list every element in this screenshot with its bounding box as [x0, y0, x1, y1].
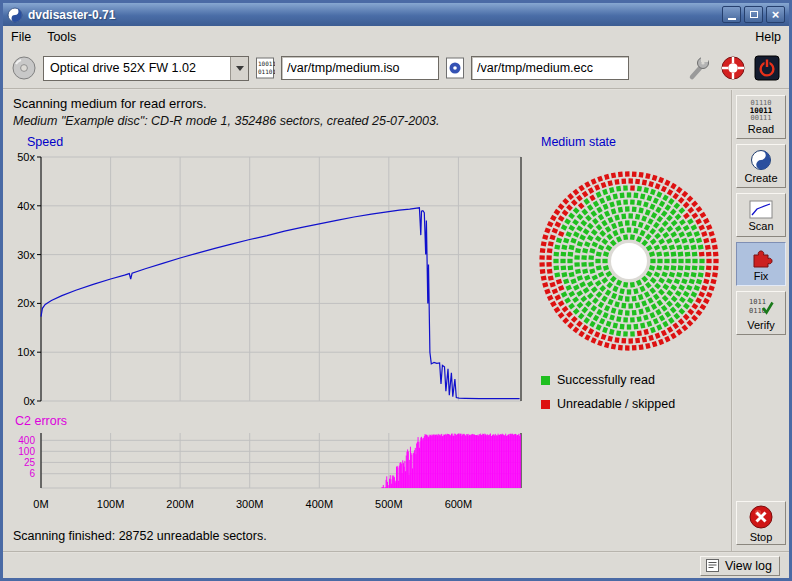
scan-button[interactable]: Scan — [736, 193, 786, 237]
svg-text:100M: 100M — [97, 498, 125, 510]
yin-yang-icon — [750, 149, 772, 171]
statusbar: View log — [3, 553, 789, 578]
speed-chart-label: Speed — [27, 135, 527, 149]
stop-icon — [748, 504, 774, 530]
quit-button[interactable] — [753, 54, 781, 82]
toolbar: Optical drive 52X FW 1.02 1001101101 — [3, 48, 789, 88]
read-button[interactable]: 01110 10011 00111 Read — [736, 95, 786, 139]
svg-text:500M: 500M — [375, 498, 403, 510]
main-panel: Scanning medium for read errors. Medium … — [3, 90, 731, 551]
read-label: Read — [748, 123, 774, 135]
lifebuoy-icon — [720, 69, 746, 84]
c2-errors-label: C2 errors — [15, 414, 527, 428]
scan-result-status: Scanning finished: 28752 unreadable sect… — [3, 525, 731, 551]
svg-text:0M: 0M — [33, 498, 48, 510]
stop-button[interactable]: Stop — [736, 501, 786, 545]
legend-ok-label: Successfully read — [557, 373, 655, 387]
maximize-button[interactable] — [744, 6, 763, 23]
legend-bad-swatch — [541, 400, 550, 409]
view-log-label: View log — [725, 559, 772, 573]
speed-chart: 0x10x20x30x40x50x — [3, 151, 527, 413]
disc-legend: Successfully read Unreadable / skipped — [541, 373, 731, 411]
iso-file-icon: 1001101101 — [255, 56, 275, 80]
maximize-icon — [750, 11, 758, 18]
drive-select-value: Optical drive 52X FW 1.02 — [44, 57, 230, 80]
svg-text:40x: 40x — [17, 200, 35, 212]
ecc-path-input[interactable] — [471, 56, 629, 80]
titlebar[interactable]: dvdisaster-0.71 × — [3, 3, 789, 26]
app-icon — [7, 7, 23, 23]
create-label: Create — [744, 172, 777, 184]
svg-text:300M: 300M — [236, 498, 264, 510]
legend-item-ok: Successfully read — [541, 373, 731, 387]
stop-label: Stop — [750, 531, 773, 543]
svg-text:400: 400 — [18, 435, 35, 446]
drive-cd-icon — [11, 55, 37, 81]
close-icon: × — [772, 8, 780, 21]
fix-label: Fix — [754, 270, 769, 282]
minimize-icon — [728, 18, 736, 20]
svg-text:01101: 01101 — [258, 68, 275, 75]
svg-text:20x: 20x — [17, 297, 35, 309]
legend-ok-swatch — [541, 376, 550, 385]
close-button[interactable]: × — [766, 6, 785, 23]
minimize-button[interactable] — [722, 6, 741, 23]
menu-file[interactable]: File — [11, 30, 31, 44]
help-about-button[interactable] — [719, 54, 747, 82]
svg-text:10x: 10x — [17, 346, 35, 358]
svg-text:10011: 10011 — [258, 60, 275, 67]
svg-text:100: 100 — [18, 446, 35, 457]
power-icon — [754, 69, 780, 84]
log-icon — [706, 559, 719, 572]
status-heading: Scanning medium for read errors. — [13, 96, 721, 111]
svg-text:1011: 1011 — [749, 298, 766, 306]
svg-text:400M: 400M — [306, 498, 334, 510]
legend-item-bad: Unreadable / skipped — [541, 397, 731, 411]
read-icon: 01110 10011 00111 — [750, 100, 773, 122]
menu-tools[interactable]: Tools — [47, 30, 76, 44]
c2-errors-chart: 625100400 — [3, 430, 527, 496]
window-title: dvdisaster-0.71 — [28, 8, 115, 22]
svg-text:200M: 200M — [166, 498, 194, 510]
svg-text:25: 25 — [24, 457, 36, 468]
iso-path-input[interactable] — [281, 56, 439, 80]
wrench-icon — [686, 69, 712, 84]
svg-text:600M: 600M — [445, 498, 473, 510]
medium-info: Medium "Example disc": CD-R mode 1, 3524… — [13, 114, 721, 128]
menubar: File Tools Help — [3, 26, 789, 48]
verify-button[interactable]: 1011 0110 Verify — [736, 291, 786, 335]
legend-bad-label: Unreadable / skipped — [557, 397, 675, 411]
fix-button[interactable]: Fix — [736, 242, 786, 286]
scan-curve-icon — [749, 200, 773, 219]
verify-icon: 1011 0110 — [748, 296, 774, 318]
drive-select-combo[interactable]: Optical drive 52X FW 1.02 — [43, 56, 249, 81]
svg-text:50x: 50x — [17, 151, 35, 163]
chevron-down-icon — [230, 57, 248, 80]
svg-text:30x: 30x — [17, 249, 35, 261]
scan-label: Scan — [748, 220, 773, 232]
puzzle-icon — [749, 247, 773, 269]
create-button[interactable]: Create — [736, 144, 786, 188]
medium-state-label: Medium state — [541, 135, 731, 149]
preferences-button[interactable] — [685, 54, 713, 82]
medium-state-disc — [531, 163, 727, 359]
action-sidebar: 01110 10011 00111 Read Create — [733, 90, 789, 551]
svg-text:6: 6 — [29, 468, 35, 479]
menu-help[interactable]: Help — [755, 30, 781, 44]
chart-x-axis: 0M100M200M300M400M500M600M — [3, 496, 527, 516]
view-log-button[interactable]: View log — [700, 556, 780, 576]
app-window: dvdisaster-0.71 × File Tools Help Optica… — [0, 0, 792, 581]
svg-text:0x: 0x — [23, 395, 35, 407]
verify-label: Verify — [747, 319, 775, 331]
ecc-file-icon — [445, 56, 465, 80]
